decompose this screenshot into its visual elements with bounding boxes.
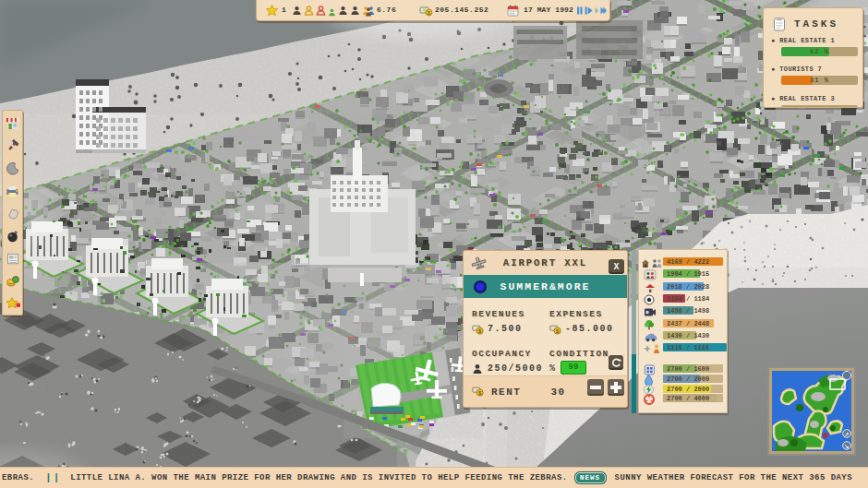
svg-text:↘: ↘ <box>844 444 849 450</box>
svg-text:↗: ↗ <box>844 432 849 438</box>
